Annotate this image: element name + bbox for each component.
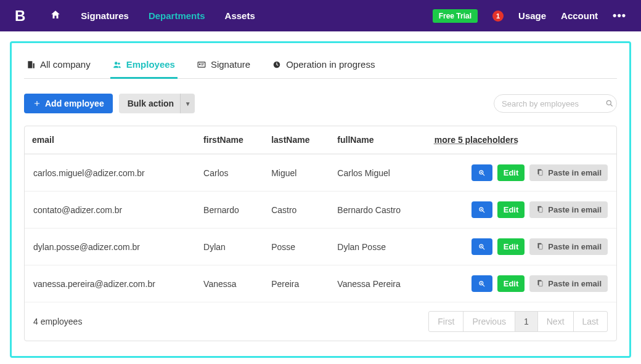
cell-firstname: Bernardo [196, 191, 264, 228]
more-menu-icon[interactable]: ••• [613, 9, 626, 22]
add-employee-button[interactable]: Add employee [24, 94, 113, 113]
svg-rect-4 [201, 63, 204, 64]
toolbar: Add employee Bulk action ▼ [24, 94, 617, 113]
svg-rect-16 [539, 245, 543, 249]
tab-label: Signature [211, 59, 250, 70]
paste-icon [536, 279, 544, 288]
zoom-button[interactable] [472, 201, 492, 218]
nav-right: Free Trial 1 Usage Account ••• [433, 9, 626, 23]
bulk-action-caret[interactable]: ▼ [180, 94, 195, 113]
cell-fullname: Carlos Miguel [330, 154, 427, 191]
nav-account[interactable]: Account [561, 10, 598, 21]
zoom-button[interactable] [472, 238, 492, 255]
edit-button[interactable]: Edit [497, 238, 525, 255]
page-current[interactable]: 1 [515, 312, 537, 331]
nav-usage[interactable]: Usage [518, 10, 546, 21]
edit-button[interactable]: Edit [497, 275, 525, 292]
svg-point-0 [115, 62, 118, 65]
paste-label: Paste in email [548, 279, 602, 288]
employee-count: 4 employees [33, 317, 82, 326]
bulk-action-group: Bulk action ▼ [119, 94, 195, 113]
cell-fullname: Bernardo Castro [330, 191, 427, 228]
card-icon [197, 59, 206, 70]
svg-point-7 [606, 100, 611, 105]
col-more-placeholders[interactable]: more 5 placeholders [427, 126, 616, 154]
edit-button[interactable]: Edit [497, 164, 525, 181]
button-label: Add employee [45, 99, 104, 108]
tab-label: All company [40, 59, 91, 70]
paste-button[interactable]: Paste in email [529, 238, 608, 255]
cell-lastname: Pereira [264, 265, 330, 302]
pagination: First Previous 1 Next Last [428, 311, 608, 332]
paste-button[interactable]: Paste in email [529, 164, 608, 181]
top-nav: B Signatures Departments Assets Free Tri… [0, 0, 641, 31]
svg-rect-5 [201, 65, 203, 65]
cell-email: vanessa.pereira@adizer.com.br [25, 265, 196, 302]
table-row: contato@adizer.com.br Bernardo Castro Be… [25, 191, 616, 228]
cell-email: contato@adizer.com.br [25, 191, 196, 228]
users-icon [113, 59, 121, 70]
tabs: All company Employees Signature Operatio… [24, 53, 617, 79]
nav-assets[interactable]: Assets [225, 10, 255, 21]
col-lastname: lastName [264, 126, 330, 154]
cell-firstname: Vanessa [196, 265, 264, 302]
paste-label: Paste in email [548, 205, 602, 214]
cell-firstname: Carlos [196, 154, 264, 191]
bulk-action-button[interactable]: Bulk action [119, 94, 182, 113]
tab-operation[interactable]: Operation in progress [270, 53, 377, 79]
employees-table: email firstName lastName fullName more 5… [24, 126, 617, 341]
tab-signature[interactable]: Signature [195, 53, 253, 79]
paste-label: Paste in email [548, 168, 602, 177]
tab-employees[interactable]: Employees [110, 53, 178, 79]
table-row: vanessa.pereira@adizer.com.br Vanessa Pe… [25, 265, 616, 302]
svg-rect-3 [199, 63, 200, 65]
paste-button[interactable]: Paste in email [529, 275, 608, 292]
plus-icon [33, 99, 41, 108]
paste-icon [536, 242, 544, 251]
table-row: carlos.miguel@adizer.com.br Carlos Migue… [25, 154, 616, 191]
cell-lastname: Miguel [264, 154, 330, 191]
paste-label: Paste in email [548, 242, 602, 251]
paste-button[interactable]: Paste in email [529, 201, 608, 218]
page-next[interactable]: Next [537, 312, 573, 331]
nav-departments[interactable]: Departments [149, 10, 205, 21]
cell-email: carlos.miguel@adizer.com.br [25, 154, 196, 191]
paste-icon [536, 205, 544, 214]
row-actions: Edit Paste in email [435, 238, 608, 255]
page-previous[interactable]: Previous [463, 312, 514, 331]
row-actions: Edit Paste in email [435, 201, 608, 218]
col-firstname: firstName [196, 126, 264, 154]
svg-point-1 [118, 63, 120, 65]
search-icon [605, 99, 614, 108]
svg-rect-13 [539, 208, 543, 212]
svg-rect-10 [539, 171, 543, 176]
col-fullname: fullName [330, 126, 427, 154]
edit-button[interactable]: Edit [497, 201, 525, 218]
page-first[interactable]: First [429, 312, 463, 331]
tab-label: Employees [126, 59, 175, 70]
cell-email: dylan.posse@adizer.com.br [25, 228, 196, 265]
zoom-button[interactable] [472, 164, 492, 181]
cell-firstname: Dylan [196, 228, 264, 265]
zoom-button[interactable] [472, 275, 492, 292]
nav-signatures[interactable]: Signatures [81, 10, 129, 21]
nav-left: Signatures Departments Assets [50, 9, 432, 22]
search-input[interactable] [502, 99, 605, 108]
tab-label: Operation in progress [286, 59, 375, 70]
search-box[interactable] [494, 94, 617, 113]
notification-badge[interactable]: 1 [492, 10, 504, 22]
home-icon[interactable] [50, 9, 61, 22]
cell-fullname: Dylan Posse [330, 228, 427, 265]
cell-lastname: Posse [264, 228, 330, 265]
row-actions: Edit Paste in email [435, 275, 608, 292]
tab-all-company[interactable]: All company [24, 53, 93, 79]
paste-icon [536, 168, 544, 177]
page-last[interactable]: Last [573, 312, 607, 331]
row-actions: Edit Paste in email [435, 164, 608, 181]
clock-icon [272, 59, 281, 70]
free-trial-badge[interactable]: Free Trial [433, 9, 478, 23]
table-row: dylan.posse@adizer.com.br Dylan Posse Dy… [25, 228, 616, 265]
main-panel: All company Employees Signature Operatio… [10, 41, 631, 358]
cell-fullname: Vanessa Pereira [330, 265, 427, 302]
brand-logo[interactable]: B [15, 7, 25, 25]
